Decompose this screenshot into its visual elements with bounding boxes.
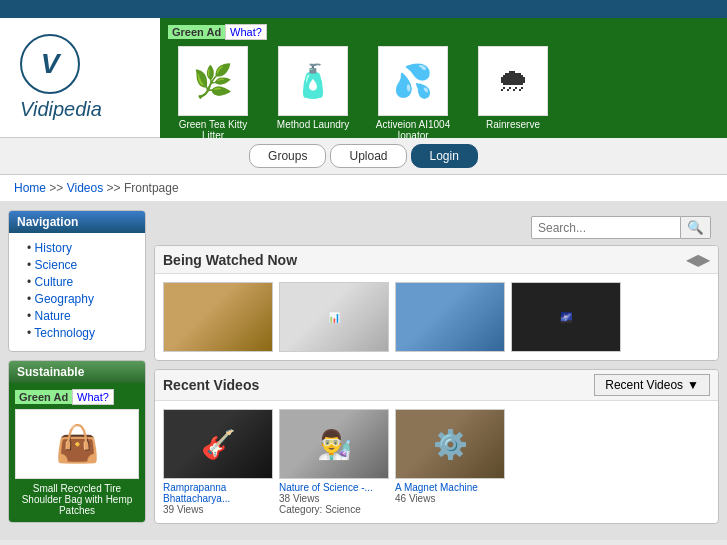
recent-video-label-2: Nature of Science -... — [279, 482, 389, 493]
sidebar-link-technology[interactable]: Technology — [34, 326, 95, 340]
top-ad-label: Green Ad What? — [168, 24, 719, 40]
recent-video-label-1: Ramprapanna Bhattacharya... — [163, 482, 273, 504]
being-watched-grid: 📊 🌌 — [155, 274, 718, 360]
recent-video-views-3: 46 Views — [395, 493, 505, 504]
bag-icon: 👜 — [55, 423, 100, 465]
breadcrumb-current: Frontpage — [124, 181, 179, 195]
logo-text[interactable]: Vidipedia — [20, 98, 140, 121]
sidebar-link-science[interactable]: Science — [35, 258, 78, 272]
ad-product-label-3: Activeion AI1004 Ionator — [368, 119, 458, 138]
ad-product-4[interactable]: 🌧 Rainreserve — [468, 46, 558, 138]
logo-v: V — [41, 48, 60, 80]
breadcrumb-home[interactable]: Home — [14, 181, 46, 195]
recent-video-views-2: 38 Views — [279, 493, 389, 504]
search-button[interactable]: 🔍 — [681, 216, 711, 239]
sidebar-ad-description: Small Recycled Tire Shoulder Bag with He… — [15, 483, 139, 516]
ad-products: 🌿 Green Tea Kitty Litter 🧴 Method Laundr… — [168, 46, 719, 138]
recent-video-3[interactable]: ⚙️ A Magnet Machine 46 Views — [395, 409, 505, 515]
sidebar-ad-image: 👜 — [15, 409, 139, 479]
recent-videos-header: Recent Videos Recent Videos ▼ — [155, 370, 718, 401]
breadcrumb: Home >> Videos >> Frontpage — [0, 175, 727, 202]
search-input[interactable] — [531, 216, 681, 239]
being-watched-title: Being Watched Now — [163, 252, 297, 268]
header: V Vidipedia Green Ad What? 🌿 Green Tea K… — [0, 18, 727, 138]
recent-video-views-1: 39 Views — [163, 504, 273, 515]
recent-videos-title: Recent Videos — [163, 377, 259, 393]
recent-video-1[interactable]: 🎸 Ramprapanna Bhattacharya... 39 Views — [163, 409, 273, 515]
recent-thumb-3: ⚙️ — [395, 409, 505, 479]
recent-videos-grid: 🎸 Ramprapanna Bhattacharya... 39 Views 👨… — [155, 401, 718, 523]
ad-product-img-3: 💦 — [378, 46, 448, 116]
being-watched-header: Being Watched Now ◀▶ — [155, 246, 718, 274]
ad-product-2[interactable]: 🧴 Method Laundry — [268, 46, 358, 138]
ad-product-3[interactable]: 💦 Activeion AI1004 Ionator — [368, 46, 458, 138]
groups-button[interactable]: Groups — [249, 144, 326, 168]
ad-product-img-4: 🌧 — [478, 46, 548, 116]
what-link[interactable]: What? — [225, 24, 267, 40]
top-ad-area: Green Ad What? 🌿 Green Tea Kitty Litter … — [160, 18, 727, 138]
sidebar-nav-header: Navigation — [9, 211, 145, 233]
sidebar-link-culture[interactable]: Culture — [35, 275, 74, 289]
sidebar-item-nature[interactable]: Nature — [27, 309, 137, 323]
sidebar-sustainable-box: Sustainable Green Ad What? 👜 Small Recyc… — [8, 360, 146, 523]
ad-product-label-2: Method Laundry — [277, 119, 349, 130]
sidebar-ad-badge: Green Ad — [15, 390, 72, 404]
recent-video-category-2: Category: Science — [279, 504, 389, 515]
search-icon: 🔍 — [687, 220, 704, 235]
sidebar-link-geography[interactable]: Geography — [35, 292, 94, 306]
sidebar-green-ad: Green Ad What? 👜 Small Recycled Tire Sho… — [9, 383, 145, 522]
logo-area: V Vidipedia — [0, 24, 160, 131]
sidebar-link-nature[interactable]: Nature — [35, 309, 71, 323]
breadcrumb-sep2: >> — [103, 181, 124, 195]
recent-video-label-3: A Magnet Machine — [395, 482, 505, 493]
recent-thumb-2: 👨‍🔬 — [279, 409, 389, 479]
logo-circle: V — [20, 34, 80, 94]
breadcrumb-videos[interactable]: Videos — [67, 181, 103, 195]
watched-thumb-2: 📊 — [279, 282, 389, 352]
ad-product-img-2: 🧴 — [278, 46, 348, 116]
top-bar — [0, 0, 727, 18]
sidebar-ad-label: Green Ad What? — [15, 389, 139, 405]
content-area: 🔍 Being Watched Now ◀▶ 📊 — [154, 210, 719, 532]
sidebar: Navigation History Science Culture Geogr… — [8, 210, 146, 532]
watched-video-3[interactable] — [395, 282, 505, 352]
chevron-down-icon: ▼ — [687, 378, 699, 392]
watched-thumb-4: 🌌 — [511, 282, 621, 352]
sidebar-link-history[interactable]: History — [35, 241, 72, 255]
dropdown-label: Recent Videos — [605, 378, 683, 392]
sidebar-sustainable-header: Sustainable — [9, 361, 145, 383]
sidebar-item-science[interactable]: Science — [27, 258, 137, 272]
watched-thumb-1 — [163, 282, 273, 352]
green-ad-badge: Green Ad — [168, 25, 225, 39]
ad-product-img-1: 🌿 — [178, 46, 248, 116]
upload-button[interactable]: Upload — [330, 144, 406, 168]
being-watched-section: Being Watched Now ◀▶ 📊 🌌 — [154, 245, 719, 361]
watched-video-4[interactable]: 🌌 — [511, 282, 621, 352]
recent-video-2[interactable]: 👨‍🔬 Nature of Science -... 38 Views Cate… — [279, 409, 389, 515]
breadcrumb-sep1: >> — [46, 181, 67, 195]
ad-product-label-4: Rainreserve — [486, 119, 540, 130]
search-bar: 🔍 — [154, 210, 719, 245]
ad-product-label-1: Green Tea Kitty Litter — [168, 119, 258, 138]
watched-thumb-3 — [395, 282, 505, 352]
recent-videos-section: Recent Videos Recent Videos ▼ 🎸 Ramprapa… — [154, 369, 719, 524]
sidebar-item-geography[interactable]: Geography — [27, 292, 137, 306]
being-watched-arrows[interactable]: ◀▶ — [686, 250, 710, 269]
recent-videos-dropdown[interactable]: Recent Videos ▼ — [594, 374, 710, 396]
watched-video-2[interactable]: 📊 — [279, 282, 389, 352]
nav-bar: Groups Upload Login — [0, 138, 727, 175]
sidebar-nav-list: History Science Culture Geography Nature… — [9, 233, 145, 351]
sidebar-item-technology[interactable]: Technology — [27, 326, 137, 340]
sidebar-nav-box: Navigation History Science Culture Geogr… — [8, 210, 146, 352]
ad-product-1[interactable]: 🌿 Green Tea Kitty Litter — [168, 46, 258, 138]
login-button[interactable]: Login — [411, 144, 478, 168]
main-layout: Navigation History Science Culture Geogr… — [0, 202, 727, 540]
sidebar-ad-what[interactable]: What? — [72, 389, 114, 405]
sidebar-item-history[interactable]: History — [27, 241, 137, 255]
sidebar-item-culture[interactable]: Culture — [27, 275, 137, 289]
watched-video-1[interactable] — [163, 282, 273, 352]
recent-thumb-1: 🎸 — [163, 409, 273, 479]
